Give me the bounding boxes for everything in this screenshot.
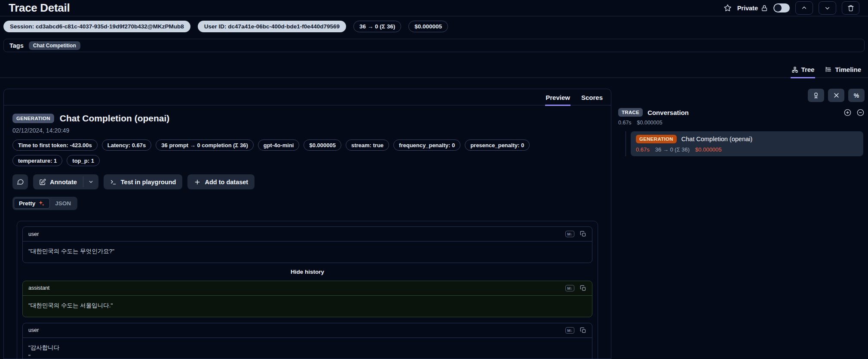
markdown-icon[interactable]: M↓	[565, 285, 574, 291]
circle-plus-icon	[843, 108, 852, 117]
observation-actions: Annotate Test in playground	[12, 174, 602, 189]
observation-metric-badges: Time to first token: -423.00s Latency: 0…	[12, 139, 554, 166]
format-json-button[interactable]: JSON	[50, 198, 76, 209]
previous-trace-button[interactable]	[795, 1, 813, 15]
bookmark-star-button[interactable]	[724, 4, 732, 12]
expand-all-button[interactable]	[843, 108, 852, 117]
tab-tree-label: Tree	[801, 66, 815, 73]
comment-icon	[17, 178, 24, 186]
trace-type-badge: TRACE	[618, 108, 643, 117]
collapse-all-button[interactable]	[828, 89, 844, 102]
add-to-dataset-button[interactable]: Add to dataset	[187, 174, 255, 189]
tag-chat-competition[interactable]: Chat Competition	[29, 41, 80, 50]
generation-type-badge: GENERATION	[636, 135, 677, 143]
annotate-label: Annotate	[50, 179, 77, 186]
message-header: user M↓	[23, 227, 592, 241]
copy-icon	[580, 327, 586, 334]
percent-icon: %	[854, 92, 859, 99]
metric-badge: Time to first token: -423.00s	[12, 139, 98, 151]
chevron-down-icon	[88, 179, 94, 185]
copy-icon	[580, 285, 586, 291]
comment-button[interactable]	[12, 174, 28, 189]
tab-tree[interactable]: Tree	[791, 66, 816, 78]
trace-detail-panel: Preview Scores GENERATION Chat Completio…	[3, 89, 611, 359]
message-content: "감사합니다 "	[23, 338, 592, 359]
header-actions: Private	[724, 1, 859, 15]
metric-badge: presence_penalty: 0	[465, 139, 530, 151]
observation-timestamp: 02/12/2024, 14:20:49	[12, 127, 602, 134]
preview-scores-tabs: Preview Scores	[4, 89, 611, 105]
trace-meta-row: Session: cd3abcd6-c81c-4037-935d-19d9f27…	[3, 21, 448, 32]
node-latency: 0.67s	[636, 146, 650, 153]
tab-preview[interactable]: Preview	[545, 94, 570, 106]
trace-title: Conversation	[647, 109, 689, 116]
edit-icon	[39, 179, 46, 186]
award-icon	[813, 92, 819, 99]
scores-toggle-button[interactable]	[808, 89, 824, 102]
tree-node-trace[interactable]: TRACE Conversation	[618, 108, 865, 117]
copy-button[interactable]	[580, 231, 586, 237]
format-pretty-label: Pretty	[19, 200, 35, 207]
annotate-button[interactable]: Annotate	[33, 174, 83, 189]
trace-metrics: 0.67s $0.000005	[618, 120, 865, 126]
copy-icon	[580, 231, 586, 237]
tab-timeline-label: Timeline	[835, 66, 861, 73]
privacy-label: Private	[737, 5, 758, 12]
metric-badge: temperature: 1	[12, 155, 62, 166]
message-header-icons: M↓	[565, 327, 586, 334]
observation-detail: GENERATION Chat Completion (openai) 02/1…	[4, 105, 611, 359]
plus-icon	[194, 179, 201, 186]
tags-label: Tags	[9, 42, 24, 49]
view-mode-tabs: Tree Timeline	[0, 60, 868, 78]
message-user-1: user M↓ "대한민국의 수도는 무엇인가요?"	[22, 226, 592, 263]
node-tokens: 36 → 0 (Σ 36)	[655, 146, 690, 153]
markdown-icon[interactable]: M↓	[565, 231, 574, 237]
total-cost-badge: $0.000005	[408, 21, 448, 32]
trash-icon	[847, 5, 854, 12]
annotate-dropdown-button[interactable]	[83, 174, 98, 189]
metric-badge: top_p: 1	[67, 155, 100, 166]
timeline-icon	[825, 66, 832, 73]
user-id-badge[interactable]: User ID: dc47a41e-06bc-400d-bde1-f0e440d…	[198, 21, 346, 32]
markdown-icon[interactable]: M↓	[565, 327, 574, 334]
copy-button[interactable]	[580, 285, 586, 291]
tree-node-generation[interactable]: GENERATION Chat Completion (openai) 0.67…	[631, 131, 863, 156]
tab-timeline[interactable]: Timeline	[824, 66, 862, 78]
collapse-nodes-button[interactable]	[856, 108, 865, 117]
trace-tree-panel: % TRACE Conversation 0.67s $0.000005 GEN…	[618, 89, 865, 156]
tab-scores[interactable]: Scores	[581, 94, 603, 106]
observation-header: GENERATION Chat Completion (openai)	[12, 113, 602, 124]
trace-cost: $0.000005	[637, 120, 663, 126]
page-title: Trace Detail	[9, 1, 70, 15]
test-in-playground-button[interactable]: Test in playground	[104, 174, 183, 189]
format-toggle: Pretty JSON	[12, 197, 77, 210]
copy-button[interactable]	[580, 327, 586, 334]
metric-badge: Latency: 0.67s	[102, 139, 152, 151]
add-to-dataset-label: Add to dataset	[205, 179, 248, 186]
lock-icon	[761, 5, 768, 12]
format-pretty-button[interactable]: Pretty	[14, 198, 50, 209]
message-header: assistant M↓	[23, 281, 592, 296]
hide-history-button[interactable]: Hide history	[291, 269, 324, 275]
public-sharing-toggle[interactable]	[773, 3, 790, 12]
session-badge[interactable]: Session: cd3abcd6-c81c-4037-935d-19d9f27…	[3, 21, 190, 32]
message-content: "대한민국의 수도는 무엇인가요?"	[23, 241, 592, 263]
page-header: Trace Detail Private	[0, 0, 868, 16]
delete-trace-button[interactable]	[842, 1, 859, 15]
metrics-toggle-button[interactable]: %	[848, 89, 865, 102]
metric-badge: frequency_penalty: 0	[393, 139, 460, 151]
chevron-down-icon	[824, 5, 831, 11]
message-assistant: assistant M↓ "대한민국의 수도는 서울입니다."	[22, 281, 592, 317]
next-trace-button[interactable]	[819, 1, 836, 15]
message-header-icons: M↓	[565, 285, 586, 291]
message-user-2: user M↓ "감사합니다 "	[22, 323, 592, 359]
tree-icon	[791, 66, 798, 73]
message-role: user	[28, 327, 39, 333]
privacy-status: Private	[737, 5, 768, 12]
node-header: GENERATION Chat Completion (openai)	[636, 135, 858, 143]
chevron-up-icon	[801, 5, 807, 11]
trace-latency: 0.67s	[618, 120, 632, 126]
node-title: Chat Completion (openai)	[681, 136, 752, 142]
message-header-icons: M↓	[565, 231, 586, 237]
metric-badge: gpt-4o-mini	[258, 139, 300, 151]
